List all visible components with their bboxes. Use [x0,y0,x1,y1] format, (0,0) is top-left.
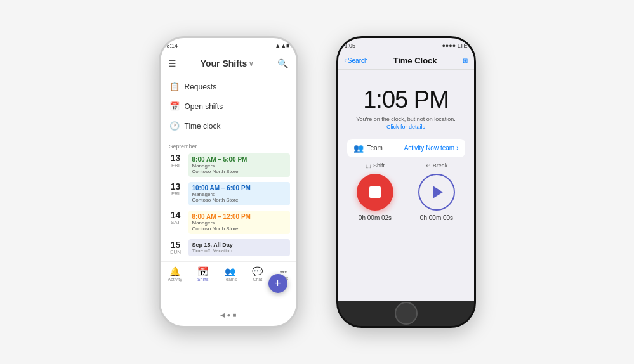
nav-item-activity[interactable]: 🔔 Activity [168,266,182,282]
shift-row-1[interactable]: 13 FRI 8:00 AM – 5:00 PM Managers Contos… [161,151,296,179]
android-nav-buttons: ◀ ● ■ [220,311,237,318]
big-time: 1:05 PM [347,86,465,114]
break-col-label: ↩ Break [426,162,448,169]
menu-list: 📋 Requests 📅 Open shifts 🕐 Time clock [161,74,296,138]
shifts-nav-icon: 📆 [197,266,208,276]
team-value: Activity Now team [404,145,454,152]
ios-bottom-bar [338,301,474,326]
requests-icon: 📋 [169,82,180,91]
nav-item-chat[interactable]: 💬 Chat [252,266,263,282]
play-icon [433,186,443,198]
home-button[interactable] [395,302,418,325]
android-status-bar: 8:14 ▲▲■ [161,38,296,53]
team-right: Activity Now team › [404,145,459,152]
break-column: ↩ Break 0h 00m 00s [409,162,465,221]
teams-nav-icon: 👥 [225,266,235,276]
vacation-card: Sep 15, All Day Time off: Vacation [188,239,290,256]
menu-item-time-clock[interactable]: 🕐 Time clock [161,116,296,136]
menu-item-open-shifts-label: Open shifts [185,102,223,111]
stop-icon [369,186,381,198]
ios-app-header: ‹ Search Time Clock ⊞ [338,53,474,70]
stop-shift-button[interactable] [357,174,393,211]
phones-container: 8:14 ▲▲■ ☰ Your Shifts ∨ 🔍 📋 Requests [0,0,634,364]
shift-col-icon: ⬚ [366,162,371,169]
android-screen: ☰ Your Shifts ∨ 🔍 📋 Requests 📅 Open shif… [161,53,296,303]
vacation-row[interactable]: 15 SUN Sep 15, All Day Time off: Vacatio… [161,237,296,259]
app-header-title: Your Shifts ∨ [201,58,254,68]
shift-break-row: ⬚ Shift 0h 00m 02s ↩ Break [347,162,465,221]
android-phone: 8:14 ▲▲■ ☰ Your Shifts ∨ 🔍 📋 Requests [159,36,298,328]
search-icon[interactable]: 🔍 [277,58,288,68]
menu-item-requests[interactable]: 📋 Requests [161,77,296,96]
shift-timer: 0h 00m 02s [359,214,392,221]
shift-card-1: 8:00 AM – 5:00 PM Managers Contoso North… [188,153,290,177]
time-display: 1:05 PM You're on the clock, but not on … [347,76,465,134]
android-icons: ▲▲■ [275,42,289,49]
team-icon: 👥 [353,143,364,153]
android-bottom-bar: ◀ ● ■ [161,303,296,326]
click-details-link[interactable]: Click for details [347,124,465,130]
shift-card-2: 10:00 AM – 6:00 PM Managers Contoso Nort… [188,182,290,205]
shift-date-1: 13 FRI [167,153,185,168]
shift-date-3: 14 SAT [167,211,185,225]
ios-phone: 1:05 ●●●● LTE ‹ Search Time Clock ⊞ 1:05… [336,36,476,328]
team-row[interactable]: 👥 Team Activity Now team › [347,139,465,157]
nav-item-teams[interactable]: 👥 Teams [224,266,237,282]
calendar-section: September 13 FRI 8:00 AM – 5:00 PM Manag… [161,138,296,261]
hamburger-icon[interactable]: ☰ [168,58,176,68]
nav-item-activity-label: Activity [168,277,182,282]
chevron-right-icon: › [456,145,458,152]
shift-col-label: ⬚ Shift [366,162,385,169]
start-break-button[interactable] [418,174,455,211]
shift-row-3[interactable]: 14 SAT 8:00 AM – 12:00 PM Managers Conto… [161,208,296,237]
chevron-down-icon: ∨ [249,60,253,67]
activity-nav-icon: 🔔 [169,266,180,276]
ios-signal: ●●●● LTE [442,42,467,49]
ios-screen-body: 1:05 PM You're on the clock, but not on … [338,70,474,228]
nav-item-shifts[interactable]: 📆 Shifts [197,266,209,282]
nav-item-teams-label: Teams [224,277,237,282]
shift-row-2[interactable]: 13 FRI 10:00 AM – 6:00 PM Managers Conto… [161,179,296,208]
app-header: ☰ Your Shifts ∨ 🔍 [161,53,296,74]
fab-button[interactable]: + [268,274,287,293]
android-time: 8:14 [167,42,178,49]
ios-back-label: Search [348,57,368,64]
ios-page-title: Time Clock [393,56,437,65]
break-timer: 0h 00m 00s [420,214,453,221]
team-left: 👥 Team [353,143,383,153]
shift-column: ⬚ Shift 0h 00m 02s [347,162,404,221]
menu-item-requests-label: Requests [185,82,217,91]
time-clock-icon: 🕐 [169,121,180,131]
shift-date-2: 13 FRI [167,182,185,197]
break-col-icon: ↩ [426,162,431,169]
clock-status: You're on the clock, but not on location… [347,116,465,122]
ios-screen: ‹ Search Time Clock ⊞ 1:05 PM You're on … [338,53,474,301]
ios-time: 1:05 [345,42,356,49]
nav-item-shifts-label: Shifts [197,277,209,282]
vacation-date: 15 SUN [167,240,185,255]
shift-card-3: 8:00 AM – 12:00 PM Managers Contoso Nort… [188,211,290,234]
month-label: September [161,141,296,151]
team-label: Team [367,145,383,152]
menu-item-open-shifts[interactable]: 📅 Open shifts [161,96,296,116]
nav-item-chat-label: Chat [253,277,262,282]
chevron-left-icon: ‹ [345,57,347,64]
menu-item-time-clock-label: Time clock [185,122,221,131]
ios-status-bar: 1:05 ●●●● LTE [338,38,474,53]
ios-edit-button[interactable]: ⊞ [463,57,468,64]
open-shifts-icon: 📅 [169,101,180,111]
chat-nav-icon: 💬 [252,266,263,276]
ios-back-button[interactable]: ‹ Search [345,57,368,64]
